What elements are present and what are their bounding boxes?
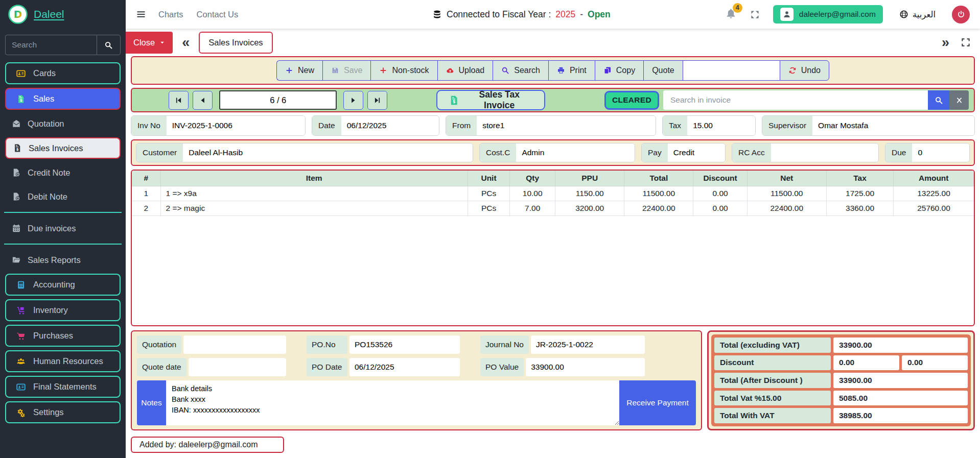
toolbar-button[interactable]: Print [548, 60, 595, 81]
toolbar-button[interactable]: New [276, 60, 322, 81]
svg-text:$: $ [16, 147, 19, 152]
field-input[interactable] [687, 116, 755, 135]
item-cell[interactable]: 10.00 [510, 186, 555, 201]
clear-search-button[interactable] [949, 90, 969, 110]
sidebar-item[interactable]: Sales Reports [5, 250, 121, 270]
toolbar-button[interactable]: Quote [643, 60, 683, 81]
item-cell[interactable]: 1 [132, 186, 160, 201]
item-cell[interactable]: 2 [132, 201, 160, 216]
last-record-button[interactable] [367, 91, 387, 110]
item-cell[interactable]: 11500.00 [747, 186, 826, 201]
tab-sales-invoices[interactable]: Sales Invoices [199, 32, 272, 54]
item-cell[interactable]: 3200.00 [555, 201, 624, 216]
item-cell[interactable]: 0.00 [693, 201, 747, 216]
totals-rows: Total (excluding VAT) 33900.00 Discount … [711, 334, 971, 426]
item-cell[interactable]: 11500.00 [624, 186, 693, 201]
item-cell[interactable]: 25760.00 [894, 201, 974, 216]
field-input[interactable] [812, 116, 974, 135]
toolbar-button[interactable]: Non-stock [370, 60, 437, 81]
sidebar-item[interactable]: Settings [5, 401, 121, 423]
item-cell[interactable]: 22400.00 [624, 201, 693, 216]
item-cell[interactable]: PCs [468, 201, 509, 216]
hamburger-icon[interactable] [136, 9, 146, 19]
sidebar-item[interactable]: Inventory [5, 299, 121, 321]
field-group: PO Value [480, 358, 645, 376]
field-input[interactable] [189, 358, 286, 376]
field-input[interactable] [349, 358, 460, 376]
invoice-search-button[interactable] [928, 90, 949, 110]
item-cell[interactable]: 13225.00 [894, 186, 974, 201]
record-position[interactable] [219, 90, 337, 110]
field-input[interactable] [349, 335, 460, 354]
item-cell[interactable]: 1150.00 [555, 186, 624, 201]
field-input[interactable] [516, 143, 635, 162]
field-input[interactable] [477, 116, 656, 135]
nav-link[interactable]: Contact Us [197, 10, 239, 19]
language-button[interactable]: العربية [896, 9, 939, 20]
chevrons-left-icon[interactable]: « [182, 36, 190, 50]
sidebar-item-label: Cards [33, 68, 56, 78]
field-input[interactable] [531, 335, 645, 354]
item-cell[interactable]: 0.00 [693, 186, 747, 201]
item-cell[interactable]: 1725.00 [826, 186, 894, 201]
toolbar-button[interactable]: Save [322, 60, 370, 81]
sidebar-item[interactable]: Final Statements [5, 376, 121, 398]
sidebar-item[interactable]: Credit Note [5, 162, 121, 183]
sidebar-item[interactable]: Accounting [5, 274, 121, 296]
sidebar-item[interactable]: Cards [5, 62, 121, 84]
logout-button[interactable] [952, 6, 970, 23]
first-record-button[interactable] [169, 91, 189, 110]
nav-link[interactable]: Charts [158, 10, 183, 19]
invoice-search-input[interactable] [663, 90, 928, 110]
notifications-button[interactable]: 4 [725, 8, 737, 21]
item-cell[interactable]: 2 => magic [160, 201, 468, 216]
account-button[interactable]: daleelerp@gmail.com [773, 5, 883, 23]
sidebar-item[interactable]: Due invoices [5, 218, 121, 238]
undo-button[interactable]: Undo [780, 60, 829, 81]
close-button[interactable]: Close [126, 32, 173, 54]
receive-payment-button[interactable]: Receive Payment [619, 380, 696, 425]
notes-textarea[interactable]: Bank details Bank xxxx IBAN: xxxxxxxxxxx… [166, 380, 619, 425]
sidebar-group: Cards $ Sales Quotation $ Sales In [4, 62, 122, 210]
sidebar-item[interactable]: $ Sales Invoices [5, 137, 121, 159]
toolbar-button[interactable]: Copy [595, 60, 643, 81]
invoice-type-button[interactable]: $ Sales Tax Invoice [436, 90, 545, 110]
toolbar-input[interactable] [683, 60, 780, 81]
field-input[interactable] [668, 143, 725, 162]
totals-row: Total (excluding VAT) 33900.00 [714, 338, 968, 353]
next-record-button[interactable] [343, 91, 363, 110]
item-cell[interactable]: PCs [468, 186, 509, 201]
toolbar-button[interactable]: Search [493, 60, 548, 81]
item-cell[interactable]: 7.00 [510, 201, 555, 216]
sidebar-search-button[interactable] [97, 35, 120, 55]
field-input[interactable] [526, 358, 645, 376]
field-input[interactable] [912, 143, 969, 162]
item-cell[interactable]: 22400.00 [747, 201, 826, 216]
status-badge[interactable]: CLEARED [604, 91, 659, 110]
toolbar-button[interactable]: Upload [437, 60, 493, 81]
field-input[interactable] [183, 143, 473, 162]
field-input[interactable] [183, 335, 286, 354]
item-row[interactable]: 11 => x9aPCs10.001150.0011500.000.001150… [132, 186, 974, 201]
sidebar-search-input[interactable] [6, 35, 97, 55]
field-group: Date [312, 115, 439, 136]
sidebar-item[interactable]: Quotation [5, 113, 121, 134]
sidebar-item[interactable]: Purchases [5, 325, 121, 347]
expand-arrows-icon[interactable] [750, 10, 760, 19]
item-cell[interactable]: 3360.00 [826, 201, 894, 216]
previous-record-button[interactable] [193, 91, 213, 110]
field-input[interactable] [167, 116, 305, 135]
sidebar-item[interactable]: Debit Note [5, 186, 121, 207]
field-label: From [446, 116, 477, 135]
brand[interactable]: D Daleel [0, 0, 126, 29]
field-input[interactable] [341, 116, 439, 135]
sidebar-item[interactable]: $ Sales [5, 88, 121, 110]
plus-icon [285, 66, 293, 75]
brand-name[interactable]: Daleel [34, 8, 64, 20]
fullscreen-icon[interactable] [961, 37, 971, 47]
chevrons-right-icon[interactable]: » [942, 36, 949, 50]
field-input[interactable] [771, 143, 878, 162]
item-cell[interactable]: 1 => x9a [160, 186, 468, 201]
sidebar-item[interactable]: Human Resources [5, 350, 121, 372]
item-row[interactable]: 22 => magicPCs7.003200.0022400.000.00224… [132, 201, 974, 216]
